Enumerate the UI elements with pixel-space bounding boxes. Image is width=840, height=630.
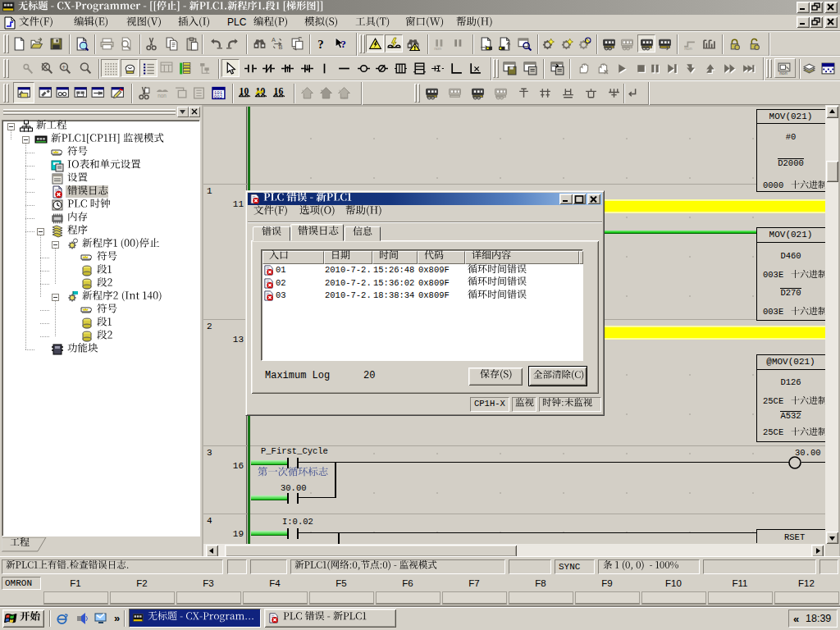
svg-text:non: non (434, 45, 441, 50)
svg-text:non: non (684, 46, 692, 51)
svg-text:non: non (779, 71, 788, 75)
svg-text:?: ? (317, 37, 323, 50)
svg-text:non: non (158, 92, 167, 98)
svg-text:002: 002 (213, 94, 222, 99)
svg-text:?: ? (340, 38, 345, 49)
svg-text:A: A (272, 37, 276, 43)
svg-text:+: + (62, 62, 66, 71)
svg-text:non: non (340, 95, 348, 100)
